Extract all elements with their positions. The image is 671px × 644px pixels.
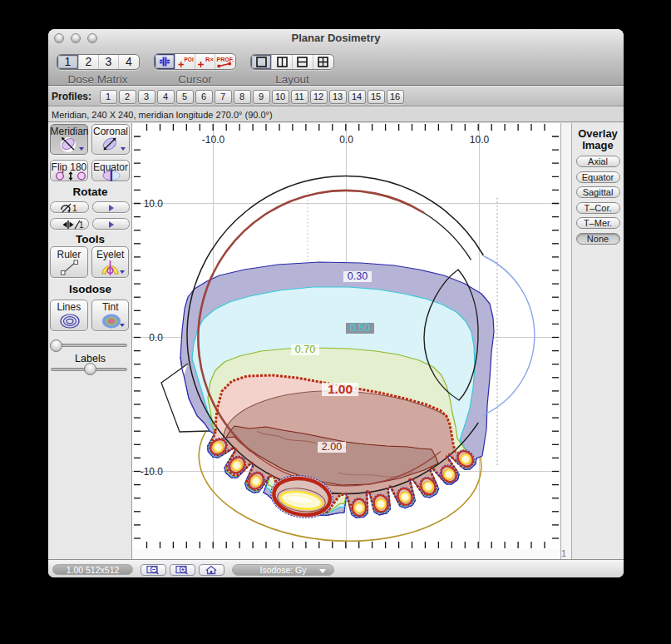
svg-text:10.0: 10.0 [470, 134, 490, 146]
svg-text:10.0: 10.0 [144, 197, 164, 209]
svg-text:0.0: 0.0 [149, 331, 163, 343]
svg-text:POI: POI [184, 56, 193, 62]
svg-text:1: 1 [72, 204, 77, 213]
svg-text:0.0: 0.0 [339, 134, 353, 146]
svg-text:0.50: 0.50 [350, 322, 370, 334]
svg-text:-10.0: -10.0 [141, 465, 164, 477]
svg-text:-10.0: -10.0 [202, 134, 225, 146]
svg-text:0.70: 0.70 [295, 344, 315, 355]
svg-text:1: 1 [79, 220, 84, 230]
svg-text:R×: R× [205, 55, 214, 62]
svg-text:2.00: 2.00 [322, 441, 342, 453]
svg-text:1.00: 1.00 [328, 382, 353, 396]
svg-text:PROF.: PROF. [217, 56, 234, 62]
svg-text:0.30: 0.30 [348, 270, 368, 282]
